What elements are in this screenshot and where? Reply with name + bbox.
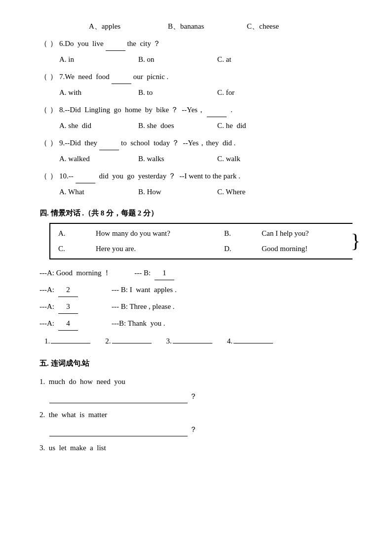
q9-opt-a: A. walked (59, 152, 109, 166)
q8-text2: . (229, 103, 233, 117)
q10-open-paren: （ (39, 170, 47, 183)
q10-opt-b: B. How (138, 185, 188, 199)
q7-opt-b: B. to (138, 86, 188, 99)
dialog-row-2: ---A: 2 --- B: I want apples . (39, 283, 362, 297)
q6-open-paren: （ (39, 37, 47, 50)
q9-opt-b: B. walks (138, 152, 188, 166)
sentence-1-qmark: ？ (190, 390, 197, 403)
q6-text: 6.Do you live (59, 37, 104, 50)
q10-close-paren: ） (49, 170, 57, 183)
answer-4-line (234, 343, 273, 343)
q8-text: 8.--Did Lingling go home by bike ？ --Yes… (59, 103, 205, 117)
option-a: A、apples (89, 20, 138, 33)
section-five-header: 五. 连词成句.站 (39, 357, 362, 370)
q10-options: A. What B. How C. Where (59, 185, 362, 199)
answer-blank-3: 3. (166, 335, 212, 348)
q8-close-paren: ） (49, 103, 57, 117)
q8-open-paren: （ (39, 103, 47, 117)
dialog-1-b-blank: 1 (155, 266, 174, 280)
q8-blank (207, 103, 227, 117)
choice-row-2: C. Here you are. D. Good morning! (58, 242, 347, 256)
q9-open-paren: （ (39, 136, 47, 150)
question-6-row: （ ） 6.Do you live the city ？ (39, 37, 362, 51)
dialog-4-b: ---B: Thank you . (112, 317, 165, 330)
q7-opt-c: C. for (217, 86, 267, 99)
q9-text: 9.--Did they (59, 136, 97, 150)
q6-blank (106, 37, 125, 51)
q7-blank (112, 70, 131, 84)
q10-opt-a: A. What (59, 185, 109, 199)
answer-2-line (112, 343, 152, 343)
choice-b-letter: B. (224, 227, 232, 240)
dialog-1-a: ---A: Good morning ！ (39, 266, 111, 280)
dialog-4-a-blank: 4 (58, 317, 78, 331)
section-four-header: 四. 情景对话 .（共 8 分，每题 2 分） (39, 207, 362, 220)
q10-text2: did you go yesterday ？ --I went to the p… (97, 170, 240, 183)
q9-blank (99, 136, 119, 150)
answer-2-label: 2. (105, 335, 111, 348)
answer-blanks: 1. 2. 3. 4. (44, 335, 362, 348)
dialog-3-a-prefix: ---A: (39, 300, 54, 313)
dialog-2-a-prefix: ---A: (39, 283, 54, 297)
option-c: C、cheese (247, 20, 296, 33)
choice-b-text: Can I help you? (262, 227, 309, 240)
dialog-4-a-prefix: ---A: (39, 317, 54, 330)
answer-3-label: 3. (166, 335, 172, 348)
q10-blank (76, 170, 95, 183)
sentence-2-words: 2. the what is matter (39, 408, 362, 422)
answer-4-label: 4. (227, 335, 233, 348)
choice-a-letter: A. (58, 227, 66, 240)
q6-opt-b: B. on (138, 53, 188, 66)
sentence-1-blank (49, 389, 188, 403)
answer-1-label: 1. (44, 335, 50, 348)
sentence-3-words: 3. us let make a list (39, 441, 362, 455)
q7-text2: our picnic . (133, 70, 169, 84)
q8-opt-b: B. she does (138, 119, 188, 132)
prev-question-options: A、apples B、bananas C、cheese (89, 20, 362, 33)
sentence-2-blank-row: ？ (49, 423, 362, 436)
q9-options: A. walked B. walks C. walk (59, 152, 362, 166)
q8-opt-a: A. she did (59, 119, 109, 132)
section-four: 四. 情景对话 .（共 8 分，每题 2 分） A. How many do y… (39, 207, 362, 348)
q6-opt-c: C. at (217, 53, 267, 66)
q8-opt-c: C. he did (217, 119, 267, 132)
choice-box: A. How many do you want? B. Can I help y… (49, 223, 353, 259)
dialog-3-a-blank: 3 (58, 300, 78, 314)
q7-close-paren: ） (49, 70, 57, 84)
questions-section: （ ） 6.Do you live the city ？ A. in B. on… (39, 37, 362, 199)
q7-text: 7.We need food (59, 70, 110, 84)
question-7-row: （ ） 7.We need food our picnic . (39, 70, 362, 84)
choice-c-text: Here you are. (96, 242, 195, 256)
q9-text2: to school today ？ --Yes，they did . (121, 136, 235, 150)
brace-right: } (351, 231, 360, 251)
option-b: B、bananas (168, 20, 217, 33)
q6-options: A. in B. on C. at (59, 53, 362, 66)
dialog-section: ---A: Good morning ！ --- B: 1 ---A: 2 --… (39, 266, 362, 348)
q8-options: A. she did B. she does C. he did (59, 119, 362, 132)
question-10-row: （ ） 10.-- did you go yesterday ？ --I wen… (39, 170, 362, 183)
answer-blank-4: 4. (227, 335, 273, 348)
q6-text2: the city ？ (127, 37, 160, 50)
answer-blank-1: 1. (44, 335, 90, 348)
question-9-row: （ ） 9.--Did they to school today ？ --Yes… (39, 136, 362, 150)
dialog-row-1: ---A: Good morning ！ --- B: 1 (39, 266, 362, 280)
q6-close-paren: ） (49, 37, 57, 50)
choice-d-letter: D. (224, 242, 232, 256)
q7-options: A. with B. to C. for (59, 86, 362, 99)
dialog-2-a-blank: 2 (58, 283, 78, 297)
section-five: 五. 连词成句.站 1. much do how need you ？ 2. t… (39, 357, 362, 455)
answer-1-line (51, 343, 90, 343)
answer-3-line (173, 343, 212, 343)
choice-row-1: A. How many do you want? B. Can I help y… (58, 227, 347, 240)
sentence-1-blank-row: ？ (49, 389, 362, 403)
q7-opt-a: A. with (59, 86, 109, 99)
dialog-2-b: --- B: I want apples . (112, 283, 177, 297)
q10-opt-c: C. Where (217, 185, 267, 199)
dialog-1-b-prefix: --- B: (134, 266, 151, 280)
answer-blank-2: 2. (105, 335, 151, 348)
question-8-row: （ ） 8.--Did Lingling go home by bike ？ -… (39, 103, 362, 117)
q6-opt-a: A. in (59, 53, 109, 66)
choice-c-letter: C. (58, 242, 66, 256)
choice-d-text: Good morning! (262, 242, 308, 256)
q9-close-paren: ） (49, 136, 57, 150)
